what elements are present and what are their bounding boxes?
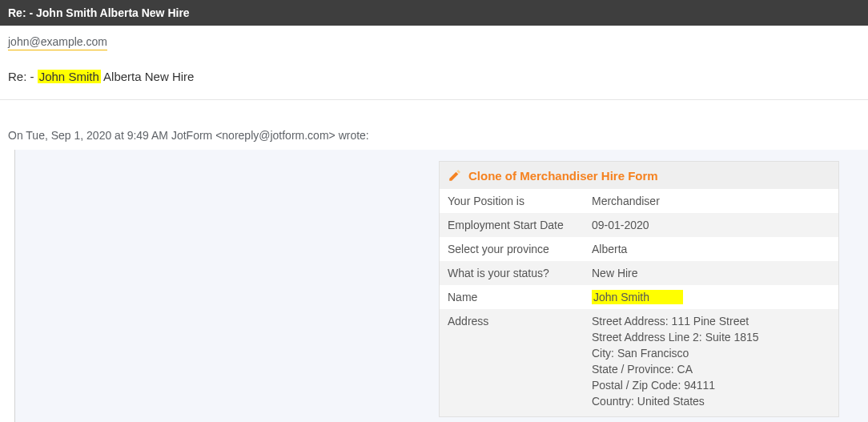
form-table: Your Position is Merchandiser Employment… xyxy=(440,189,838,416)
address-state: State / Province: CA xyxy=(592,363,830,376)
field-label-position: Your Position is xyxy=(440,189,584,213)
table-row: Name John Smith xyxy=(440,285,838,309)
email-subject: Re: - John Smith Alberta New Hire xyxy=(8,70,860,83)
field-value-position: Merchandiser xyxy=(584,189,838,213)
subject-highlight-name: John Smith xyxy=(38,70,101,83)
field-value-province: Alberta xyxy=(584,237,838,261)
quoted-intro: On Tue, Sep 1, 2020 at 9:49 AM JotForm <… xyxy=(0,100,868,150)
field-label-name: Name xyxy=(440,285,584,309)
field-value-name: John Smith xyxy=(584,285,838,309)
address-postal: Postal / Zip Code: 94111 xyxy=(592,379,830,392)
table-row: What is your status? New Hire xyxy=(440,261,838,285)
field-label-address: Address xyxy=(440,309,584,416)
subject-prefix: Re: - xyxy=(8,70,38,83)
form-title: Clone of Merchandiser Hire Form xyxy=(468,169,658,183)
field-label-status: What is your status? xyxy=(440,261,584,285)
pencil-icon xyxy=(448,168,462,183)
email-meta: john@example.com Re: - John Smith Albert… xyxy=(0,26,868,99)
window-title-bar: Re: - John Smith Alberta New Hire xyxy=(0,0,868,26)
field-value-status: New Hire xyxy=(584,261,838,285)
subject-suffix: Alberta New Hire xyxy=(101,70,195,83)
field-value-address: Street Address: 111 Pine Street Street A… xyxy=(584,309,838,416)
window-title: Re: - John Smith Alberta New Hire xyxy=(8,6,190,19)
address-city: City: San Francisco xyxy=(592,347,830,360)
address-street: Street Address: 111 Pine Street xyxy=(592,315,830,328)
table-row: Select your province Alberta xyxy=(440,237,838,261)
field-label-start-date: Employment Start Date xyxy=(440,213,584,237)
address-street2: Street Address Line 2: Suite 1815 xyxy=(592,331,830,344)
table-row: Address Street Address: 111 Pine Street … xyxy=(440,309,838,416)
name-highlight: John Smith xyxy=(592,290,683,304)
form-card: Clone of Merchandiser Hire Form Your Pos… xyxy=(439,161,839,417)
table-row: Employment Start Date 09-01-2020 xyxy=(440,213,838,237)
email-from-address[interactable]: john@example.com xyxy=(8,35,107,50)
quoted-body: Clone of Merchandiser Hire Form Your Pos… xyxy=(14,150,868,422)
field-label-province: Select your province xyxy=(440,237,584,261)
form-title-row: Clone of Merchandiser Hire Form xyxy=(440,162,838,189)
table-row: Your Position is Merchandiser xyxy=(440,189,838,213)
field-value-start-date: 09-01-2020 xyxy=(584,213,838,237)
address-country: Country: United States xyxy=(592,395,830,408)
